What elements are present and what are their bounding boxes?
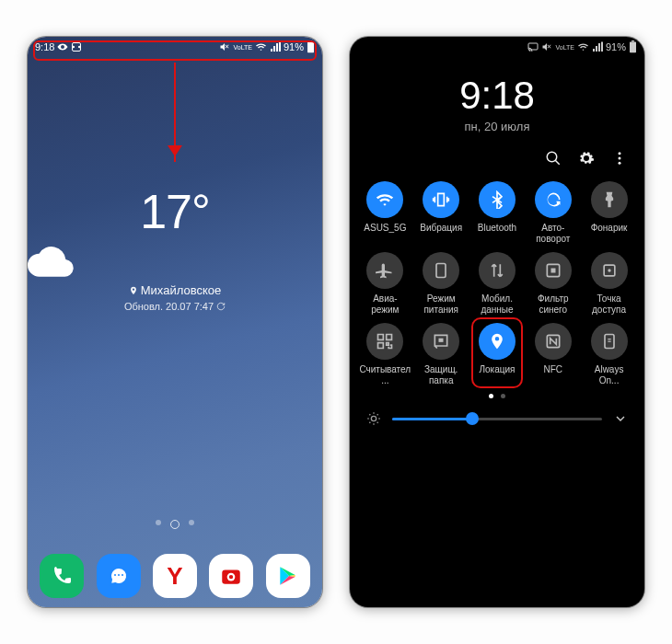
qs-tile-label: ASUS_5G xyxy=(359,223,411,245)
svg-point-20 xyxy=(371,416,376,420)
messages-app[interactable] xyxy=(97,554,141,598)
qr-icon xyxy=(366,323,403,360)
battery-percent: 91% xyxy=(284,41,304,52)
qs-tile-rotate[interactable]: Авто-поворот xyxy=(527,181,579,245)
statusbar-time: 9:18 xyxy=(35,41,54,52)
more-icon[interactable] xyxy=(611,150,628,167)
aod-icon xyxy=(591,323,628,360)
svg-point-12 xyxy=(619,162,621,165)
weather-temperature: 17° xyxy=(28,184,322,239)
qs-tile-label: Фонарик xyxy=(584,223,635,245)
teamviewer-icon xyxy=(71,41,82,52)
volte-icon: VoLTE xyxy=(233,44,252,51)
qs-tile-label: Защищ. папка xyxy=(415,364,467,386)
home-page-indicator[interactable] xyxy=(28,520,322,529)
qs-time: 9:18 xyxy=(350,74,644,118)
nfc-icon xyxy=(535,323,572,360)
qs-tile-label: Режим питания xyxy=(415,293,467,316)
qs-tile-label: Авто-поворот xyxy=(527,223,579,245)
search-icon[interactable] xyxy=(545,150,562,167)
brightness-icon xyxy=(366,411,381,426)
status-bar[interactable]: 9:18 VoLTE 91% xyxy=(28,37,322,57)
qs-clock: 9:18 пн, 20 июля xyxy=(350,74,644,133)
data-icon xyxy=(479,252,516,289)
mute-icon xyxy=(219,41,230,52)
battery-percent: 91% xyxy=(606,41,626,52)
play-store-icon xyxy=(276,564,300,588)
svg-rect-8 xyxy=(631,40,634,41)
signal-icon xyxy=(592,41,603,52)
volte-icon: VoLTE xyxy=(555,44,574,51)
camera-app[interactable] xyxy=(209,554,253,598)
qs-tile-label: Локация xyxy=(471,364,523,386)
brightness-thumb[interactable] xyxy=(466,412,479,425)
svg-rect-6 xyxy=(528,43,538,50)
qs-action-row xyxy=(350,133,644,174)
qs-tile-qr[interactable]: Считыватель ... xyxy=(359,323,411,386)
brightness-fill xyxy=(392,418,472,420)
wifi-icon xyxy=(366,181,403,218)
message-icon xyxy=(108,565,130,587)
qs-tile-location[interactable]: Локация xyxy=(471,323,524,386)
qs-tile-bluetooth[interactable]: Bluetooth xyxy=(471,181,524,245)
qs-tile-hotspot[interactable]: Точка доступа xyxy=(583,252,635,316)
svg-rect-17 xyxy=(439,339,444,342)
qs-tile-bluelight[interactable]: Фильтр синего xyxy=(527,252,579,316)
qs-tile-label: Фильтр синего xyxy=(527,293,579,316)
qs-tile-torch[interactable]: Фонарик xyxy=(583,181,635,245)
qs-tile-nfc[interactable]: NFC xyxy=(527,323,579,386)
svg-point-10 xyxy=(619,152,621,155)
status-bar[interactable]: VoLTE 91% xyxy=(350,37,644,57)
yandex-app[interactable]: Y xyxy=(153,554,197,598)
weather-widget[interactable]: 17° Михайловское Обновл. 20.07 7:47 xyxy=(28,184,322,312)
torch-icon xyxy=(591,181,628,218)
camera-icon xyxy=(219,564,243,588)
location-pin-icon xyxy=(129,286,138,295)
phone-app[interactable] xyxy=(40,554,84,598)
qs-tile-power[interactable]: Режим питания xyxy=(415,252,468,316)
battery-icon xyxy=(307,40,315,53)
secure-icon xyxy=(423,323,459,360)
refresh-icon xyxy=(216,302,226,311)
svg-point-16 xyxy=(608,269,610,271)
battery-icon xyxy=(629,40,637,53)
qs-tile-label: Авиа-режим xyxy=(359,293,411,316)
cloud-icon xyxy=(28,247,322,278)
qs-tile-label: Вибрация xyxy=(415,223,467,245)
vibration-icon xyxy=(423,181,459,218)
cast-icon xyxy=(527,41,539,52)
wifi-icon xyxy=(577,41,589,52)
qs-date: пн, 20 июля xyxy=(350,120,644,133)
svg-rect-7 xyxy=(630,41,636,52)
weather-updated: Обновл. 20.07 7:47 xyxy=(28,301,322,312)
svg-rect-1 xyxy=(307,41,314,52)
bluelight-icon xyxy=(535,252,572,289)
wifi-icon xyxy=(255,41,267,52)
qs-tile-label: Bluetooth xyxy=(471,223,523,245)
qs-tile-vibration[interactable]: Вибрация xyxy=(415,181,468,245)
weather-location: Михайловское xyxy=(28,283,322,297)
yandex-logo: Y xyxy=(167,562,182,591)
app-dock: Y xyxy=(28,554,322,598)
qs-tile-label: Мобил. данные xyxy=(471,293,523,316)
signal-icon xyxy=(270,41,281,52)
svg-point-5 xyxy=(229,575,233,579)
settings-icon[interactable] xyxy=(578,150,595,167)
qs-tiles-grid: ASUS_5GВибрацияBluetoothАвто-поворотФона… xyxy=(350,174,644,386)
svg-rect-2 xyxy=(309,40,312,41)
airplane-icon xyxy=(366,252,403,289)
phone-quick-settings: VoLTE 91% 9:18 пн, 20 июля ASUS_5GВибрац… xyxy=(350,37,644,607)
qs-tile-label: Always On... xyxy=(584,364,635,386)
qs-tile-aod[interactable]: Always On... xyxy=(583,323,635,386)
play-store-app[interactable] xyxy=(266,554,310,598)
qs-tile-data[interactable]: Мобил. данные xyxy=(471,252,524,316)
bluetooth-icon xyxy=(479,181,516,218)
qs-tile-label: Точка доступа xyxy=(584,293,635,316)
brightness-slider[interactable] xyxy=(392,418,602,420)
qs-tile-secure[interactable]: Защищ. папка xyxy=(415,323,468,386)
qs-tile-label: NFC xyxy=(527,364,579,386)
home-indicator-icon xyxy=(170,520,180,529)
qs-tile-airplane[interactable]: Авиа-режим xyxy=(359,252,411,316)
expand-icon[interactable] xyxy=(613,411,628,426)
qs-tile-wifi[interactable]: ASUS_5G xyxy=(359,181,411,245)
